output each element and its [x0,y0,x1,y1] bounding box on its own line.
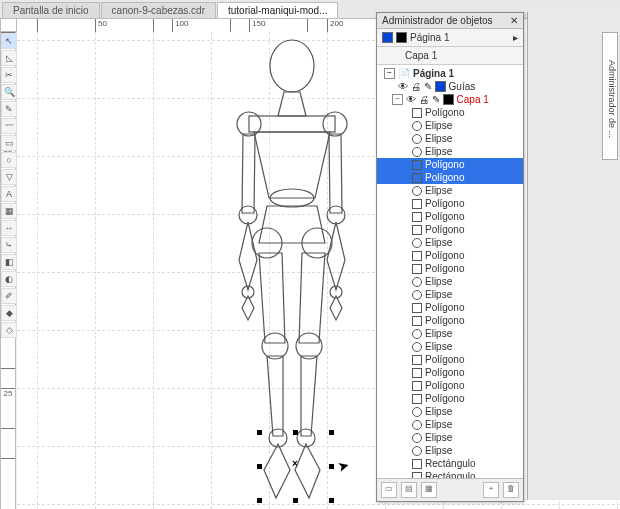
selection-handle-s[interactable] [293,498,298,503]
svg-marker-10 [242,134,255,213]
tree-object-rect[interactable]: Rectángulo [377,470,523,478]
svg-marker-19 [330,296,342,320]
selection-handle-ne[interactable] [329,430,334,435]
tree-object-poly[interactable]: Polígono [377,223,523,236]
tree-object-ell[interactable]: Elipse [377,132,523,145]
svg-marker-5 [254,132,330,198]
dimension-tool[interactable]: ↔ [1,220,17,236]
effects-tool[interactable]: ◧ [1,254,17,270]
tree-guides-node[interactable]: 👁 🖨 ✎ Guías [377,80,523,93]
view-toggle-button[interactable]: ▭ [381,482,397,498]
crop-tool[interactable]: ✂ [1,67,17,83]
svg-rect-2 [249,116,335,132]
view-toggle-button[interactable]: ▤ [401,482,417,498]
view-toggle-button[interactable]: ▦ [421,482,437,498]
tree-object-ell[interactable]: Elipse [377,418,523,431]
tree-object-poly[interactable]: Polígono [377,353,523,366]
tree-object-ell[interactable]: Elipse [377,184,523,197]
svg-point-22 [262,333,288,359]
svg-marker-24 [267,356,283,436]
svg-point-0 [270,40,314,92]
delete-button[interactable]: 🗑 [503,482,519,498]
tree-object-poly[interactable]: Polígono [377,314,523,327]
panel-footer: ▭ ▤ ▦ + 🗑 [377,478,523,501]
connector-tool[interactable]: ⤷ [1,237,17,253]
tree-object-poly[interactable]: Polígono [377,210,523,223]
tree-object-ell[interactable]: Elipse [377,431,523,444]
artistic-media-tool[interactable]: 〰 [1,118,17,134]
tree-page-node[interactable]: − 📄 Página 1 [377,67,523,80]
selection-handle-w[interactable] [257,464,262,469]
tab-canon[interactable]: canon-9-cabezas.cdr [101,2,216,18]
menu-arrow-icon[interactable]: ▸ [513,32,518,43]
ruler-tick [153,19,156,33]
tree-object-poly[interactable]: Polígono [377,197,523,210]
ruler-tick: 50 [95,19,107,33]
selection-handle-sw[interactable] [257,498,262,503]
transparency-tool[interactable]: ◐ [1,271,17,287]
layer-label: Capa 1 [405,50,437,61]
tree-object-ell[interactable]: Elipse [377,145,523,158]
color-swatch-icon [396,32,407,43]
selection-center[interactable]: × [292,458,298,469]
ruler-tick: 100 [172,19,188,33]
panel-close-icon[interactable]: ✕ [510,15,518,26]
polygon-tool[interactable]: ▽ [1,169,17,185]
svg-marker-14 [239,222,257,290]
selection-handle-nw[interactable] [257,430,262,435]
tree-layer1-node[interactable]: − 👁 🖨 ✎ Capa 1 [377,93,523,106]
pick-tool[interactable]: ↖ [1,33,17,49]
tree-object-poly[interactable]: Polígono [377,171,523,184]
selection-handle-e[interactable] [329,464,334,469]
mannequin-figure[interactable] [187,38,397,509]
ruler-tick: 25 [1,388,15,398]
tree-object-poly[interactable]: Polígono [377,379,523,392]
ruler-corner [0,18,17,32]
tree-object-poly[interactable]: Polígono [377,158,523,171]
tree-object-ell[interactable]: Elipse [377,340,523,353]
new-layer-button[interactable]: + [483,482,499,498]
tree-object-ell[interactable]: Elipse [377,444,523,457]
tab-welcome[interactable]: Pantalla de inicio [2,2,100,18]
fill-tool[interactable]: ◆ [1,305,17,321]
selection-handle-n[interactable] [293,430,298,435]
zoom-tool[interactable]: 🔍 [1,84,17,100]
tree-object-poly[interactable]: Polígono [377,262,523,275]
ruler-tick: 150 [249,19,265,33]
object-tree[interactable]: − 📄 Página 1👁 🖨 ✎ Guías− 👁 🖨 ✎ Capa 1 Po… [377,65,523,478]
tree-object-poly[interactable]: Polígono [377,249,523,262]
tab-tutorial[interactable]: tutorial-maniqui-mod... [217,2,338,18]
tree-object-ell[interactable]: Elipse [377,236,523,249]
table-tool[interactable]: ▦ [1,203,17,219]
tree-object-ell[interactable]: Elipse [377,405,523,418]
outline-tool[interactable]: ◇ [1,322,17,338]
object-manager-panel: Administrador de objetos ✕ Página 1 ▸ Ca… [376,12,524,502]
tree-object-poly[interactable]: Polígono [377,366,523,379]
panel-titlebar[interactable]: Administrador de objetos ✕ [377,13,523,29]
tree-object-ell[interactable]: Elipse [377,275,523,288]
tree-object-ell[interactable]: Elipse [377,288,523,301]
docked-tab-objectmgr[interactable]: Administrador de ... [602,32,618,160]
tree-object-rect[interactable]: Rectángulo [377,457,523,470]
freehand-tool[interactable]: ✎ [1,101,17,117]
svg-marker-21 [299,253,325,343]
svg-point-23 [296,333,322,359]
ruler-tick [37,19,40,33]
ellipse-tool[interactable]: ○ [1,152,17,168]
tree-object-poly[interactable]: Polígono [377,106,523,119]
toolbox: ↖ ◺ ✂ 🔍 ✎ 〰 ▭ ○ ▽ A ▦ ↔ ⤷ ◧ ◐ ✐ ◆ ◇ [1,33,16,338]
shape-tool[interactable]: ◺ [1,50,17,66]
color-swatch-icon [382,32,393,43]
tree-object-ell[interactable]: Elipse [377,119,523,132]
svg-marker-20 [259,253,285,343]
selection-handle-se[interactable] [329,498,334,503]
eyedropper-tool[interactable]: ✐ [1,288,17,304]
tree-object-poly[interactable]: Polígono [377,392,523,405]
rectangle-tool[interactable]: ▭ [1,135,17,151]
tree-object-poly[interactable]: Polígono [377,301,523,314]
docked-panels: Administrador de ... [527,12,620,500]
text-tool[interactable]: A [1,186,17,202]
svg-marker-7 [259,206,325,243]
tree-object-ell[interactable]: Elipse [377,327,523,340]
ruler-tick: 200 [327,19,343,33]
